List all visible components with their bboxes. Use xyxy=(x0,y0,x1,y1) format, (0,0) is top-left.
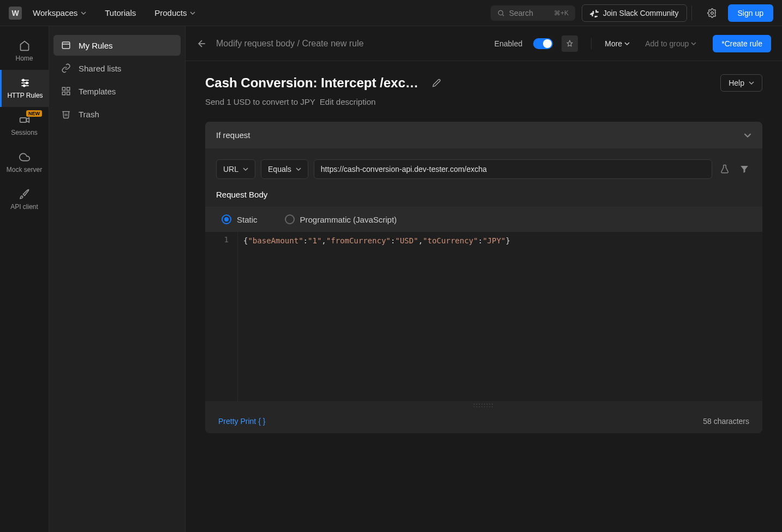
link-icon xyxy=(61,63,71,73)
character-count: 58 characters xyxy=(703,417,749,426)
collapse-button[interactable] xyxy=(744,131,751,139)
nav-http-rules[interactable]: HTTP Rules xyxy=(0,70,49,107)
nav-sessions[interactable]: NEW Sessions xyxy=(0,107,49,144)
radio-static-label: Static xyxy=(237,215,258,224)
cloud-icon xyxy=(19,152,30,163)
pretty-print-link[interactable]: Pretty Print { } xyxy=(218,417,265,426)
join-slack-button[interactable]: Join Slack Community xyxy=(582,4,687,22)
products-dropdown[interactable]: Products xyxy=(149,5,201,21)
operator-label: Equals xyxy=(268,165,291,174)
svg-point-2 xyxy=(711,11,713,14)
add-to-group-label: Add to group xyxy=(645,39,689,48)
new-badge: NEW xyxy=(26,110,42,117)
sidebar-templates-label: Templates xyxy=(79,87,116,96)
source-type-label: URL xyxy=(223,165,238,174)
code-body[interactable]: {"baseAmount":"1","fromCurrency":"USD","… xyxy=(238,232,762,401)
edit-description-link[interactable]: Edit description xyxy=(320,97,376,106)
nav-api-client[interactable]: API client xyxy=(0,181,49,218)
add-to-group-dropdown[interactable]: Add to group xyxy=(645,39,696,48)
search-shortcut: ⌘+K xyxy=(554,9,569,17)
more-dropdown[interactable]: More xyxy=(605,39,630,48)
back-button[interactable] xyxy=(196,38,207,49)
workspace-avatar[interactable]: W xyxy=(9,7,22,20)
chevron-down-icon xyxy=(296,166,301,172)
search-input[interactable]: Search ⌘+K xyxy=(491,5,575,21)
nav-http-rules-label: HTTP Rules xyxy=(7,92,43,99)
enabled-toggle[interactable] xyxy=(533,38,553,49)
main-content: Modify request body / Create new rule En… xyxy=(186,26,782,532)
settings-button[interactable] xyxy=(703,4,721,22)
help-button[interactable]: Help xyxy=(720,74,762,92)
more-label: More xyxy=(605,39,622,48)
nav-rail: Home HTTP Rules NEW Sessions Mock server… xyxy=(0,26,49,532)
tutorials-link[interactable]: Tutorials xyxy=(99,5,141,21)
nav-api-client-label: API client xyxy=(10,203,38,211)
url-input[interactable] xyxy=(314,159,712,179)
body-type-radios: Static Programmatic (JavaScript) xyxy=(205,207,762,232)
sidebar-my-rules-label: My Rules xyxy=(79,41,113,50)
radio-programmatic[interactable]: Programmatic (JavaScript) xyxy=(285,214,397,224)
chevron-down-icon xyxy=(624,41,630,46)
chevron-down-icon xyxy=(243,166,248,172)
condition-row: URL Equals xyxy=(205,148,762,190)
sidebar-my-rules[interactable]: My Rules xyxy=(53,35,181,56)
filter-button[interactable] xyxy=(737,162,751,176)
code-editor[interactable]: 1 {"baseAmount":"1","fromCurrency":"USD"… xyxy=(205,232,762,401)
nav-mock-server-label: Mock server xyxy=(7,166,42,174)
svg-point-4 xyxy=(22,79,24,81)
rocket-icon xyxy=(19,189,30,200)
if-request-card: If request URL Equals xyxy=(205,122,762,433)
workspaces-label: Workspaces xyxy=(33,8,77,17)
chevron-down-icon xyxy=(691,41,696,46)
editor-footer: Pretty Print { } 58 characters xyxy=(205,411,762,433)
if-request-label: If request xyxy=(216,130,250,140)
products-label: Products xyxy=(154,8,187,17)
sidebar-shared-lists-label: Shared lists xyxy=(79,64,121,73)
sliders-icon xyxy=(20,77,31,88)
source-type-select[interactable]: URL xyxy=(216,159,255,179)
nav-home[interactable]: Home xyxy=(0,33,49,70)
pencil-icon xyxy=(432,79,441,87)
topbar: W Workspaces Tutorials Products Search ⌘… xyxy=(0,0,782,26)
card-header: If request xyxy=(205,122,762,148)
radio-static[interactable]: Static xyxy=(222,214,258,224)
sidebar-shared-lists[interactable]: Shared lists xyxy=(53,58,181,79)
test-url-button[interactable] xyxy=(718,162,732,176)
sidebar: My Rules Shared lists Templates Trash xyxy=(49,26,186,532)
chevron-down-icon xyxy=(749,80,754,86)
svg-rect-12 xyxy=(62,87,65,90)
sidebar-templates[interactable]: Templates xyxy=(53,81,181,101)
filter-icon xyxy=(739,164,749,174)
svg-rect-10 xyxy=(62,42,70,49)
edit-title-button[interactable] xyxy=(432,79,441,87)
resize-handle[interactable]: :::::::: xyxy=(205,401,762,411)
chevron-down-icon xyxy=(190,10,195,16)
trash-icon xyxy=(61,109,71,119)
search-icon xyxy=(497,9,505,17)
breadcrumb: Modify request body / Create new rule xyxy=(216,39,363,49)
nav-mock-server[interactable]: Mock server xyxy=(0,144,49,181)
sidebar-trash[interactable]: Trash xyxy=(53,104,181,124)
main-header: Modify request body / Create new rule En… xyxy=(186,26,782,61)
radio-icon xyxy=(285,214,295,224)
nav-sessions-label: Sessions xyxy=(11,129,38,136)
svg-point-0 xyxy=(498,10,503,15)
sidebar-trash-label: Trash xyxy=(79,110,99,119)
svg-line-1 xyxy=(502,14,504,16)
request-body-label: Request Body xyxy=(205,190,762,207)
help-label: Help xyxy=(729,79,744,87)
create-rule-button[interactable]: *Create rule xyxy=(713,35,771,52)
line-number: 1 xyxy=(205,235,229,244)
chevron-down-icon xyxy=(81,10,86,16)
flask-icon xyxy=(720,164,730,174)
line-gutter: 1 xyxy=(205,232,238,401)
svg-rect-13 xyxy=(67,87,70,90)
rule-title: Cash Conversion: Intercept /exchan… xyxy=(205,75,423,91)
nav-home-label: Home xyxy=(15,55,33,62)
workspaces-dropdown[interactable]: Workspaces xyxy=(27,5,92,21)
grid-icon xyxy=(61,86,71,96)
divider xyxy=(591,38,592,49)
operator-select[interactable]: Equals xyxy=(261,159,308,179)
pin-button[interactable] xyxy=(562,35,578,52)
signup-button[interactable]: Sign up xyxy=(728,4,773,22)
